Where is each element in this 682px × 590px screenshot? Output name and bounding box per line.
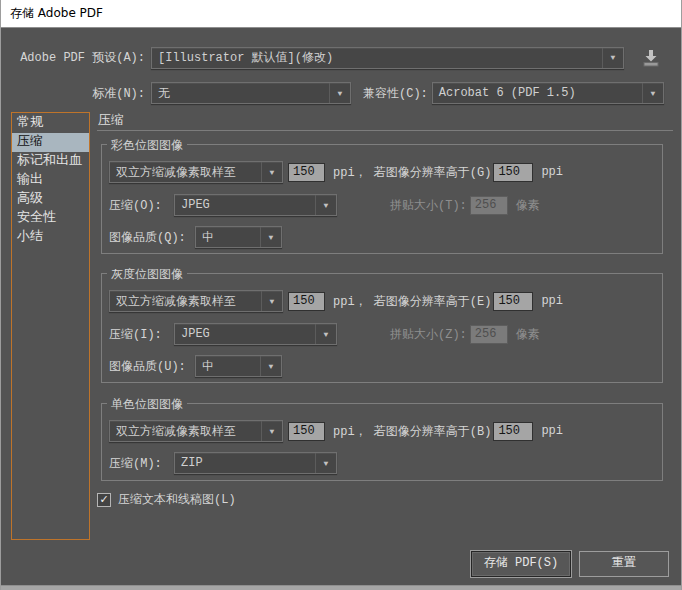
sidebar-item-marks-bleed[interactable]: 标记和出血 [12, 152, 89, 171]
compression-value: ZIP [175, 456, 315, 470]
compress-text-row: ✓ 压缩文本和线稿图(L) [97, 491, 236, 508]
quality-row: 图像品质(U): 中 ▼ [109, 355, 655, 377]
chevron-down-icon: ▼ [261, 291, 282, 311]
sidebar-item-general[interactable]: 常规 [12, 114, 89, 133]
gray-tile-size-input: 256 [470, 325, 508, 344]
mono-bitmap-group: 单色位图图像 双立方缩减像素取样至 ▼ 150 ppi， 若图像分辨率高于(B)… [101, 403, 663, 481]
quality-value: 中 [196, 358, 260, 375]
mono-threshold-label: ppi， 若图像分辨率高于(B) [333, 423, 491, 440]
group-legend: 彩色位图图像 [107, 137, 187, 154]
compress-text-label: 压缩文本和线稿图(L) [118, 491, 236, 508]
resample-row: 双立方缩减像素取样至 ▼ 150 ppi， 若图像分辨率高于(E) 150 pp… [109, 290, 655, 312]
gray-threshold-ppi-input[interactable]: 150 [493, 292, 533, 311]
ppi-unit-label: ppi [541, 165, 563, 179]
compatibility-value: Acrobat 6 (PDF 1.5) [433, 86, 642, 100]
grayscale-bitmap-group: 灰度位图图像 双立方缩减像素取样至 ▼ 150 ppi， 若图像分辨率高于(E)… [101, 273, 663, 383]
tile-size-label: 拼贴大小(Z): [390, 326, 467, 343]
color-quality-select[interactable]: 中 ▼ [195, 226, 282, 248]
standard-label: 标准(N): [15, 85, 145, 102]
resample-row: 双立方缩减像素取样至 ▼ 150 ppi， 若图像分辨率高于(G) 150 pp… [109, 161, 655, 183]
compression-row: 压缩(M): ZIP ▼ [109, 452, 655, 474]
compression-label: 压缩(I): [109, 326, 174, 343]
preset-value: [Illustrator 默认值](修改) [152, 49, 602, 66]
chevron-down-icon: ▼ [260, 356, 281, 376]
pixels-unit-label: 像素 [516, 197, 540, 214]
standard-row: 标准(N): 无 ▼ 兼容性(C): Acrobat 6 (PDF 1.5) ▼ [15, 82, 664, 104]
image-quality-label: 图像品质(U): [109, 358, 195, 375]
window-bottom-frame [1, 585, 681, 590]
gray-quality-select[interactable]: 中 ▼ [195, 355, 282, 377]
chevron-down-icon: ▼ [315, 453, 336, 473]
image-quality-label: 图像品质(Q): [109, 229, 195, 246]
chevron-down-icon: ▼ [602, 48, 623, 68]
save-preset-button[interactable] [639, 48, 663, 68]
settings-category-list: 常规 压缩 标记和出血 输出 高级 安全性 小结 [11, 112, 90, 540]
reset-button[interactable]: 重置 [579, 551, 669, 577]
color-downsample-select[interactable]: 双立方缩减像素取样至 ▼ [109, 161, 283, 183]
tile-size-label: 拼贴大小(T): [390, 197, 467, 214]
chevron-down-icon: ▼ [315, 324, 336, 344]
sidebar-item-security[interactable]: 安全性 [12, 209, 89, 228]
quality-value: 中 [196, 229, 260, 246]
sidebar-item-summary[interactable]: 小结 [12, 228, 89, 247]
color-compression-select[interactable]: JPEG ▼ [174, 194, 337, 216]
chevron-down-icon: ▼ [642, 83, 663, 103]
pixels-unit-label: 像素 [516, 326, 540, 343]
preset-select[interactable]: [Illustrator 默认值](修改) ▼ [151, 47, 624, 69]
gray-compression-select[interactable]: JPEG ▼ [174, 323, 337, 345]
mono-compression-select[interactable]: ZIP ▼ [174, 452, 337, 474]
mono-threshold-ppi-input[interactable]: 150 [493, 422, 533, 441]
gray-downsample-select[interactable]: 双立方缩减像素取样至 ▼ [109, 290, 283, 312]
compatibility-select[interactable]: Acrobat 6 (PDF 1.5) ▼ [432, 82, 664, 104]
quality-row: 图像品质(Q): 中 ▼ [109, 226, 655, 248]
standard-value: 无 [152, 85, 329, 102]
gray-threshold-label: ppi， 若图像分辨率高于(E) [333, 293, 491, 310]
titlebar[interactable]: 存储 Adobe PDF [1, 0, 681, 28]
preset-label: Adobe PDF 预设(A): [15, 49, 145, 66]
color-threshold-ppi-input[interactable]: 150 [493, 163, 533, 182]
chevron-down-icon: ▼ [315, 195, 336, 215]
compression-label: 压缩(O): [109, 197, 174, 214]
compression-value: JPEG [175, 327, 315, 341]
chevron-down-icon: ▼ [261, 421, 282, 441]
compress-text-checkbox[interactable]: ✓ [97, 493, 111, 507]
panel-separator [97, 130, 673, 131]
panel-title: 压缩 [98, 111, 124, 129]
sidebar-item-output[interactable]: 输出 [12, 171, 89, 190]
sidebar-item-compression[interactable]: 压缩 [12, 133, 89, 152]
group-legend: 单色位图图像 [107, 396, 187, 413]
color-tile-size-input: 256 [470, 196, 508, 215]
downsample-value: 双立方缩减像素取样至 [110, 423, 261, 440]
compression-label: 压缩(M): [109, 455, 174, 472]
gray-ppi-input[interactable]: 150 [288, 292, 325, 311]
save-preset-icon [640, 49, 662, 67]
save-adobe-pdf-dialog: 存储 Adobe PDF Adobe PDF 预设(A): [Illustrat… [0, 0, 682, 590]
mono-downsample-select[interactable]: 双立方缩减像素取样至 ▼ [109, 420, 283, 442]
resample-row: 双立方缩减像素取样至 ▼ 150 ppi， 若图像分辨率高于(B) 150 pp… [109, 420, 655, 442]
chevron-down-icon: ▼ [261, 162, 282, 182]
downsample-value: 双立方缩减像素取样至 [110, 164, 261, 181]
compatibility-label: 兼容性(C): [363, 85, 428, 102]
standard-select[interactable]: 无 ▼ [151, 82, 351, 104]
color-ppi-input[interactable]: 150 [288, 163, 325, 182]
compression-row: 压缩(I): JPEG ▼ 拼贴大小(Z): 256 像素 [109, 323, 655, 345]
chevron-down-icon: ▼ [260, 227, 281, 247]
color-threshold-label: ppi， 若图像分辨率高于(G) [333, 164, 491, 181]
chevron-down-icon: ▼ [329, 83, 350, 103]
color-bitmap-group: 彩色位图图像 双立方缩减像素取样至 ▼ 150 ppi， 若图像分辨率高于(G)… [101, 144, 663, 254]
compression-row: 压缩(O): JPEG ▼ 拼贴大小(T): 256 像素 [109, 194, 655, 216]
ppi-unit-label: ppi [541, 294, 563, 308]
group-legend: 灰度位图图像 [107, 266, 187, 283]
sidebar-item-advanced[interactable]: 高级 [12, 190, 89, 209]
compression-value: JPEG [175, 198, 315, 212]
downsample-value: 双立方缩减像素取样至 [110, 293, 261, 310]
ppi-unit-label: ppi [541, 424, 563, 438]
mono-ppi-input[interactable]: 150 [288, 422, 325, 441]
window-title: 存储 Adobe PDF [10, 6, 103, 20]
save-pdf-button[interactable]: 存储 PDF(S) [471, 551, 571, 577]
preset-row: Adobe PDF 预设(A): [Illustrator 默认值](修改) ▼ [15, 46, 663, 69]
